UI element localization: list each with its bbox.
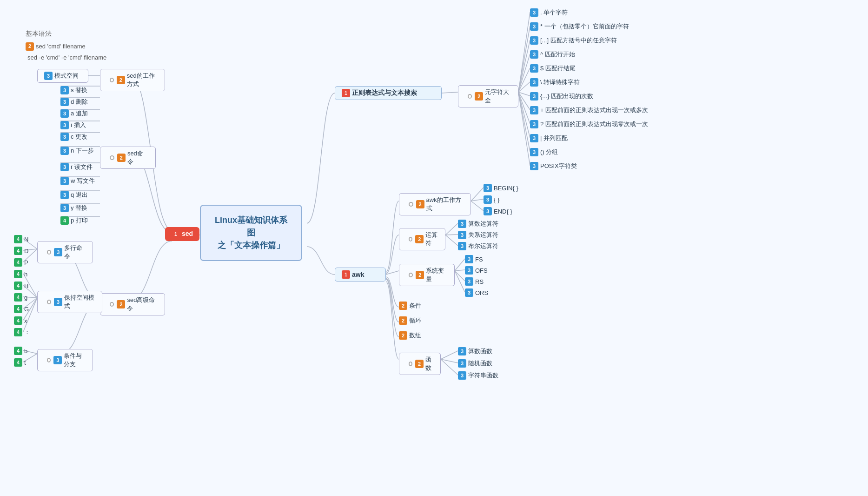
func-box: 2函数 bbox=[399, 353, 441, 375]
svg-line-19 bbox=[518, 82, 530, 92]
meta-paren: 3() 分组 bbox=[530, 148, 558, 156]
badge-info1: 2 bbox=[26, 42, 34, 51]
svg-line-20 bbox=[518, 92, 530, 96]
meta-dot: 3. 单个字符 bbox=[530, 8, 568, 17]
cmd-b: 4b bbox=[14, 347, 27, 355]
loop-item: 2循环 bbox=[399, 316, 421, 325]
cmd-d: 3d 删除 bbox=[60, 98, 88, 106]
svg-line-18 bbox=[518, 68, 530, 92]
meta-plus: 3+ 匹配前面的正则表达式出现一次或多次 bbox=[530, 106, 648, 114]
var-ORS: 3ORS bbox=[465, 288, 488, 297]
svg-line-37 bbox=[441, 351, 458, 359]
svg-line-30 bbox=[445, 223, 458, 235]
info-line1: 2 sed 'cmd' filename bbox=[26, 41, 86, 52]
cmd-p: 4p 打印 bbox=[60, 216, 88, 225]
svg-line-22 bbox=[518, 92, 530, 124]
cmd-t: 4t bbox=[14, 358, 26, 367]
meta-box: 2元字符大全 bbox=[458, 85, 518, 107]
func-rand: 3随机函数 bbox=[458, 359, 492, 368]
svg-line-33 bbox=[455, 259, 465, 271]
var-OFS: 3OFS bbox=[465, 266, 488, 275]
svg-line-14 bbox=[518, 12, 530, 92]
svg-line-32 bbox=[445, 235, 458, 246]
info-line2: sed -e 'cmd' -e 'cmd' filename bbox=[26, 52, 106, 63]
array-item: 2数组 bbox=[399, 331, 421, 340]
var-RS: 3RS bbox=[465, 277, 484, 286]
svg-line-13 bbox=[442, 92, 458, 93]
awk-node: 1 awk bbox=[335, 268, 386, 282]
cmd-x: 4x bbox=[14, 316, 27, 325]
cmd-r: 3r 读文件 bbox=[60, 163, 93, 171]
func-str: 3字符串函数 bbox=[458, 371, 498, 380]
cmd-n: 3n 下一步 bbox=[60, 147, 94, 155]
cmd-y: 3y 替换 bbox=[60, 204, 87, 212]
op-rel: 3关系运算符 bbox=[458, 231, 498, 239]
cmd-H: 4H bbox=[14, 282, 28, 290]
multi-box: 3多行命令 bbox=[37, 241, 93, 263]
svg-line-34 bbox=[455, 270, 465, 271]
cmd-D: 4D bbox=[14, 247, 28, 255]
meta-braces: 3{...} 匹配出现的次数 bbox=[530, 92, 593, 101]
cmd-P: 4P bbox=[14, 258, 28, 267]
svg-line-21 bbox=[518, 92, 530, 110]
awk-work-box: 2awk的工作方式 bbox=[399, 193, 471, 215]
svg-line-15 bbox=[518, 26, 530, 92]
cmd-c: 3c 更改 bbox=[60, 133, 87, 141]
cmd-g: 4g bbox=[14, 293, 27, 302]
svg-line-31 bbox=[445, 235, 458, 235]
meta-pipe: 3| 并列匹配 bbox=[530, 134, 568, 142]
svg-line-25 bbox=[518, 92, 530, 166]
modes-box: 3模式空间 bbox=[37, 69, 88, 83]
regex-node: 1 正则表达式与文本搜索 bbox=[335, 86, 442, 100]
cmd-i: 3i 插入 bbox=[60, 121, 86, 129]
sed-cmds-box: 2sed命令 bbox=[100, 147, 156, 169]
meta-star: 3* 一个（包括零个）它前面的字符 bbox=[530, 22, 629, 31]
meta-question: 3? 匹配前面的正则表达式出现零次或一次 bbox=[530, 120, 648, 128]
cond-item: 2条件 bbox=[399, 302, 421, 310]
svg-line-38 bbox=[441, 359, 458, 363]
cmd-colon: 4： bbox=[14, 328, 30, 336]
sed-adv-box: 2sed高级命令 bbox=[100, 293, 165, 315]
svg-line-35 bbox=[455, 271, 465, 281]
center-label: Linux基础知识体系图 之「文本操作篇」 bbox=[212, 214, 290, 252]
awk-main: 3{ } bbox=[484, 195, 499, 204]
meta-bracket: 3[...] 匹配方括号中的任意字符 bbox=[530, 36, 617, 45]
svg-line-26 bbox=[386, 271, 399, 275]
cmd-G: 4G bbox=[14, 305, 29, 313]
func-arith: 3算数函数 bbox=[458, 347, 492, 355]
awk-begin: 3BEGIN{ } bbox=[484, 184, 518, 192]
meta-backslash: 3\ 转译特殊字符 bbox=[530, 78, 580, 87]
meta-dollar: 3$ 匹配行结尾 bbox=[530, 64, 576, 73]
meta-caret: 3^ 匹配行开始 bbox=[530, 50, 575, 59]
svg-line-49 bbox=[23, 298, 37, 332]
hold-box: 3保持空间模式 bbox=[37, 291, 102, 313]
operators-box: 2运算符 bbox=[399, 228, 445, 250]
sed-label: 1sed bbox=[165, 227, 199, 241]
branch-box: 3条件与分支 bbox=[37, 349, 93, 371]
svg-line-16 bbox=[518, 40, 530, 92]
op-bool: 3布尔运算符 bbox=[458, 242, 498, 250]
svg-line-27 bbox=[471, 188, 484, 201]
cmd-q: 3q 退出 bbox=[60, 191, 88, 199]
info-box: 基本语法 2 sed 'cmd' filename sed -e 'cmd' -… bbox=[26, 28, 106, 63]
workmode-box: 2sed的工作方式 bbox=[100, 69, 165, 91]
svg-line-36 bbox=[455, 271, 465, 292]
cmd-h: 4h bbox=[14, 270, 27, 278]
info-title: 基本语法 bbox=[26, 28, 106, 40]
meta-posix: 3POSIX字符类 bbox=[530, 162, 577, 170]
cmd-N: 4N bbox=[14, 235, 28, 243]
var-FS: 3FS bbox=[465, 255, 483, 263]
cmd-s: 3s 替换 bbox=[60, 86, 87, 94]
sed-node: 1sed bbox=[165, 227, 199, 241]
svg-line-29 bbox=[471, 201, 484, 211]
sysvar-box: 2系统变量 bbox=[399, 264, 455, 286]
cmd-a: 3a 追加 bbox=[60, 109, 88, 118]
svg-line-17 bbox=[518, 54, 530, 92]
svg-line-28 bbox=[471, 199, 484, 201]
awk-end: 3END{ } bbox=[484, 207, 512, 215]
cmd-w: 3w 写文件 bbox=[60, 177, 95, 185]
svg-line-24 bbox=[518, 92, 530, 152]
center-node: Linux基础知识体系图 之「文本操作篇」 bbox=[200, 205, 302, 261]
svg-line-23 bbox=[518, 92, 530, 138]
op-arith: 3算数运算符 bbox=[458, 220, 498, 228]
